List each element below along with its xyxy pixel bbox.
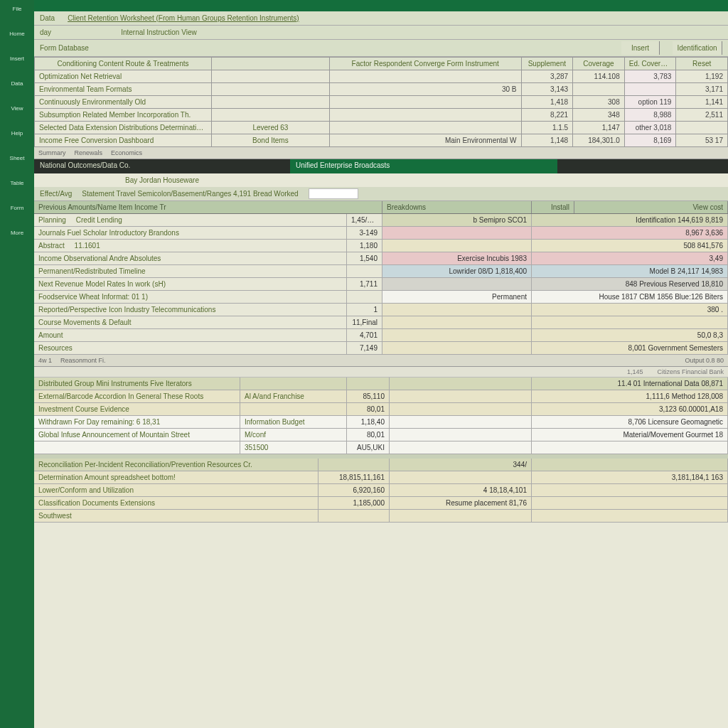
mini-toolbar: 1,145 Citizens Financial Bank <box>34 367 728 378</box>
list-item[interactable]: Distributed Group Mini Instruments Five … <box>34 378 728 390</box>
sidebar: File Home Insert Data View Help Sheet Ta… <box>0 0 34 728</box>
list-item[interactable]: 351500AU5,UKI <box>34 441 728 454</box>
list-item[interactable]: Global Infuse Announcement of Mountain S… <box>34 429 728 441</box>
footer-tab-summary[interactable]: Summary <box>38 149 66 156</box>
th-4[interactable]: Coverage <box>573 58 625 70</box>
th-3[interactable]: Supplement <box>521 58 573 70</box>
subbar-label: Bay Jordan Houseware <box>125 176 199 184</box>
document-title: Client Retention Worksheet (From Human G… <box>68 14 299 22</box>
list-item[interactable]: Reconciliation Per-Incident Reconciliati… <box>34 459 728 471</box>
list-item[interactable]: Determination Amount spreadsheet bottom!… <box>34 471 728 484</box>
th-1[interactable] <box>211 58 329 70</box>
sidebar-item-home[interactable]: Home <box>8 29 26 38</box>
g2h-3[interactable]: Install <box>532 201 574 213</box>
filter-bar: Effect/Avg Statement Travel Semicolon/Ba… <box>34 187 728 201</box>
list-item[interactable]: Lower/Conform and Utilization6,920,1604 … <box>34 484 728 497</box>
list-item[interactable]: External/Barcode Accordion In General Th… <box>34 390 728 403</box>
g2h-0[interactable]: Previous Amounts/Name Item Income Tr <box>34 201 382 213</box>
sidebar-item-table[interactable]: Table <box>9 178 25 188</box>
grid2-body[interactable]: Planning Credit Lending1,45/B/Hb Semipro… <box>34 214 728 355</box>
g2h-4[interactable]: View cost <box>574 201 728 213</box>
list-item[interactable]: Investment Course Evidence80,013,123 60.… <box>34 403 728 416</box>
th-6[interactable]: Reset <box>676 58 728 70</box>
grid2-header: Previous Amounts/Name Item Income Tr Bre… <box>34 201 728 214</box>
grid3-body[interactable]: Distributed Group Mini Instruments Five … <box>34 378 728 454</box>
sidebar-item-more[interactable]: More <box>9 228 25 237</box>
list-item[interactable]: Abstract 11.16011,180508 841,576 <box>34 240 728 252</box>
ribbon: Data Client Retention Worksheet (From Hu… <box>34 11 728 26</box>
mini-b: 1,145 <box>627 368 643 375</box>
col-insert[interactable]: Insert <box>621 41 660 55</box>
sidebar-item-file[interactable]: File <box>11 4 23 14</box>
list-item[interactable]: Journals Fuel Scholar Introductory Brand… <box>34 227 728 240</box>
tab-strip <box>34 0 728 11</box>
list-item[interactable]: Foodservice Wheat Informat: 01 1)Permane… <box>34 291 728 304</box>
ribbon-sub2: Form Database Insert Identification <box>34 40 728 57</box>
status-c: Output 0.8 80 <box>685 357 724 364</box>
list-item[interactable]: Reported/Perspective Icon Industry Telec… <box>34 304 728 316</box>
list-item[interactable]: Planning Credit Lending1,45/B/Hb Semipro… <box>34 214 728 227</box>
ribbon-tab[interactable]: Data <box>40 14 55 22</box>
sidebar-item-view[interactable]: View <box>9 104 24 113</box>
list-item[interactable]: Next Revenue Model Rates In work (sH)1,7… <box>34 278 728 291</box>
list-item[interactable]: Income Observational Andre Absolutes1,54… <box>34 252 728 265</box>
ribbon-db-label: Form Database <box>40 44 89 52</box>
filter-label-a: Effect/Avg <box>40 190 72 198</box>
status-bar: 4w 1 Reasonmont Fi. Output 0.8 80 <box>34 355 728 367</box>
sidebar-item-form[interactable]: Form <box>9 203 26 213</box>
sidebar-item-help[interactable]: Help <box>10 129 24 138</box>
top-table[interactable]: Conditioning Content Route & Treatments … <box>34 57 728 147</box>
main-panel: Data Client Retention Worksheet (From Hu… <box>34 0 728 728</box>
mini-c: Citizens Financial Bank <box>657 368 724 375</box>
sidebar-item-data[interactable]: Data <box>10 79 25 88</box>
th-5[interactable]: Ed. Coverage <box>624 58 676 70</box>
list-item[interactable]: Permanent/Redistributed TimelineLowrider… <box>34 265 728 278</box>
section-divider: National Outcomes/Data Co. Unified Enter… <box>34 159 728 173</box>
ribbon-sub3: Internal Instruction View <box>121 28 197 36</box>
footer-tab-economics[interactable]: Economics <box>111 149 142 156</box>
sidebar-item-insert[interactable]: Insert <box>9 54 26 63</box>
ribbon-sub: day Internal Instruction View <box>34 26 728 40</box>
col-ident[interactable]: Identification <box>673 41 722 55</box>
th-2[interactable]: Factor Respondent Converge Form Instrume… <box>329 58 521 70</box>
list-item[interactable]: Withdrawn For Day remaining: 6 18,31Info… <box>34 416 728 429</box>
sidebar-item-sheet[interactable]: Sheet <box>9 154 26 163</box>
subbar: Bay Jordan Houseware <box>34 173 728 187</box>
list-item[interactable]: Amount4,70150,0 8,3 <box>34 329 728 342</box>
th-0[interactable]: Conditioning Content Route & Treatments <box>35 58 212 70</box>
section-left-title: National Outcomes/Data Co. <box>34 159 290 173</box>
grid4-body[interactable]: Reconciliation Per-Incident Reconciliati… <box>34 459 728 523</box>
filter-input[interactable] <box>309 188 358 199</box>
ribbon-sub1: day <box>40 28 51 36</box>
list-item[interactable]: Classification Documents Extensions1,185… <box>34 497 728 510</box>
table-row[interactable]: Environmental Team Formats30 B3,1433,171 <box>35 83 728 96</box>
list-item[interactable]: Southwest <box>34 510 728 523</box>
footer-tab-renewals[interactable]: Renewals <box>75 149 103 156</box>
status-a: 4w 1 <box>38 357 52 364</box>
table-row[interactable]: Optimization Net Retrieval3,287114.1083,… <box>35 70 728 83</box>
table-row[interactable]: Income Free Conversion DashboardBond Ite… <box>35 134 728 147</box>
g2h-2[interactable]: Breakdowns <box>382 201 532 213</box>
table-row[interactable]: Selected Data Extension Distributions De… <box>35 122 728 134</box>
list-item[interactable]: Course Movements & Default11,Final <box>34 316 728 329</box>
table-row[interactable]: Subsumption Related Member Incorporation… <box>35 109 728 122</box>
status-b: Reasonmont Fi. <box>60 357 106 364</box>
table-row[interactable]: Continuously Environmentally Old1,418308… <box>35 96 728 109</box>
filter-label-b: Statement Travel Semicolon/Basement/Rang… <box>82 190 298 198</box>
footer-tabs: Summary Renewals Economics <box>34 147 728 159</box>
list-item[interactable]: Resources7,1498,001 Government Semesters <box>34 342 728 355</box>
section-right-title: Unified Enterprise Broadcasts <box>290 159 557 173</box>
